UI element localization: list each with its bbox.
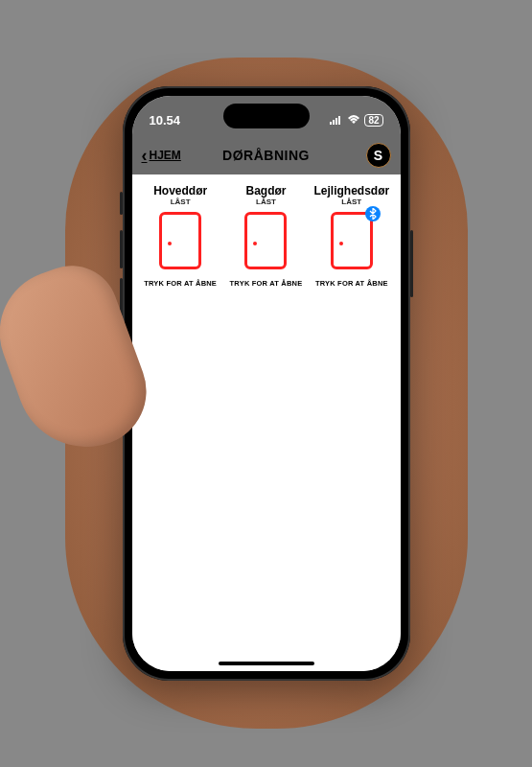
door-status: LÅST xyxy=(341,198,361,206)
door-icon-wrap xyxy=(159,212,201,269)
svg-rect-1 xyxy=(333,120,335,125)
home-indicator[interactable] xyxy=(219,662,314,665)
page-title: DØRÅBNING xyxy=(222,148,310,163)
svg-rect-0 xyxy=(330,122,332,125)
door-icon xyxy=(331,212,373,269)
cellular-icon xyxy=(330,113,343,128)
door-knob-icon xyxy=(253,242,257,245)
door-knob-icon xyxy=(168,242,172,245)
door-name: Bagdør xyxy=(245,184,286,198)
svg-rect-3 xyxy=(338,116,340,125)
wifi-icon xyxy=(347,113,360,128)
door-icon-wrap xyxy=(244,212,287,269)
battery-indicator: 82 xyxy=(364,114,382,127)
phone-volume-up xyxy=(120,230,123,268)
status-time: 10.54 xyxy=(150,113,181,128)
bluetooth-icon xyxy=(365,206,381,221)
door-card-hoveddor[interactable]: Hoveddør LÅST TRYK FOR AT ÅBNE xyxy=(138,184,222,288)
door-status: LÅST xyxy=(171,198,191,206)
nav-bar: ‹ HJEM DØRÅBNING S xyxy=(132,136,401,174)
phone-mute-switch xyxy=(120,192,123,215)
dynamic-island xyxy=(223,104,310,128)
door-name: Lejlighedsdør xyxy=(313,184,389,198)
app-logo-letter: S xyxy=(374,148,382,163)
door-icon xyxy=(159,212,201,269)
app-logo[interactable]: S xyxy=(366,143,391,168)
door-action-label: TRYK FOR AT ÅBNE xyxy=(144,279,217,288)
phone-screen: 10.54 82 ‹ HJEM DØRÅBNING S xyxy=(132,96,401,671)
svg-rect-2 xyxy=(335,118,337,125)
phone-power-button xyxy=(410,230,413,297)
door-status: LÅST xyxy=(256,198,276,206)
door-card-lejlighedsdor[interactable]: Lejlighedsdør LÅST TRYK FOR AT ÅBNE xyxy=(310,184,394,288)
back-label: HJEM xyxy=(150,149,181,162)
doors-content: Hoveddør LÅST TRYK FOR AT ÅBNE Bagdør LÅ… xyxy=(132,174,401,671)
door-action-label: TRYK FOR AT ÅBNE xyxy=(315,279,388,288)
phone-frame: 10.54 82 ‹ HJEM DØRÅBNING S xyxy=(123,86,410,681)
door-name: Hoveddør xyxy=(153,184,207,198)
chevron-left-icon: ‹ xyxy=(142,146,148,166)
back-button[interactable]: ‹ HJEM xyxy=(142,146,181,166)
status-right: 82 xyxy=(330,113,382,128)
door-icon xyxy=(244,212,287,269)
door-card-bagdor[interactable]: Bagdør LÅST TRYK FOR AT ÅBNE xyxy=(223,184,308,288)
door-action-label: TRYK FOR AT ÅBNE xyxy=(230,279,303,288)
door-icon-wrap xyxy=(331,212,373,269)
door-knob-icon xyxy=(339,242,343,245)
